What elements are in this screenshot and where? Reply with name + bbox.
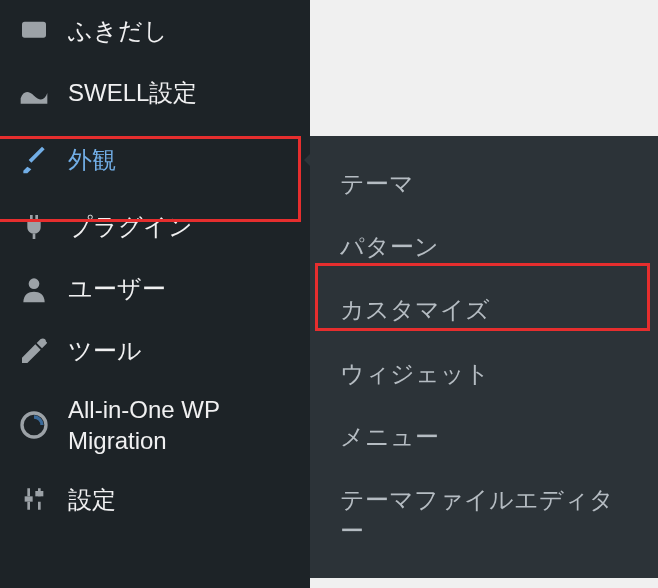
sidebar-item-label: ユーザー	[68, 273, 166, 304]
sidebar-item-label: SWELL設定	[68, 77, 197, 108]
submenu-item-theme-editor[interactable]: テーマファイルエディター	[310, 468, 658, 562]
submenu-item-themes[interactable]: テーマ	[310, 152, 658, 215]
sidebar-item-label: 設定	[68, 484, 116, 515]
svg-rect-0	[22, 22, 46, 38]
sidebar-item-label: All-in-One WP Migration	[68, 394, 292, 456]
sidebar-item-appearance[interactable]: 外観	[0, 124, 310, 196]
sidebar-item-swell[interactable]: SWELL設定	[0, 62, 310, 124]
svg-rect-3	[25, 497, 33, 502]
admin-sidebar: ふきだし SWELL設定 外観 プラグイン ユーザー ツール	[0, 0, 310, 588]
sidebar-item-fukidashi[interactable]: ふきだし	[0, 0, 310, 62]
sidebar-item-label: プラグイン	[68, 211, 193, 242]
sidebar-item-plugins[interactable]: プラグイン	[0, 196, 310, 258]
speech-bubble-icon	[18, 15, 50, 47]
appearance-submenu: テーマ パターン カスタマイズ ウィジェット メニュー テーマファイルエディター	[310, 136, 658, 578]
migration-icon	[18, 409, 50, 441]
submenu-item-patterns[interactable]: パターン	[310, 215, 658, 278]
sidebar-item-label: ふきだし	[68, 15, 168, 46]
svg-point-1	[29, 278, 40, 289]
brush-icon	[18, 144, 50, 176]
submenu-item-widgets[interactable]: ウィジェット	[310, 342, 658, 405]
user-icon	[18, 273, 50, 305]
submenu-item-menus[interactable]: メニュー	[310, 405, 658, 468]
plug-icon	[18, 211, 50, 243]
settings-icon	[18, 483, 50, 515]
sidebar-item-settings[interactable]: 設定	[0, 468, 310, 530]
sidebar-item-label: 外観	[68, 144, 116, 175]
sidebar-item-migration[interactable]: All-in-One WP Migration	[0, 382, 310, 468]
svg-rect-4	[35, 491, 43, 496]
sidebar-item-users[interactable]: ユーザー	[0, 258, 310, 320]
submenu-item-customize[interactable]: カスタマイズ	[310, 278, 658, 341]
sidebar-item-label: ツール	[68, 335, 142, 366]
swell-icon	[18, 77, 50, 109]
sidebar-item-tools[interactable]: ツール	[0, 320, 310, 382]
wrench-icon	[18, 335, 50, 367]
